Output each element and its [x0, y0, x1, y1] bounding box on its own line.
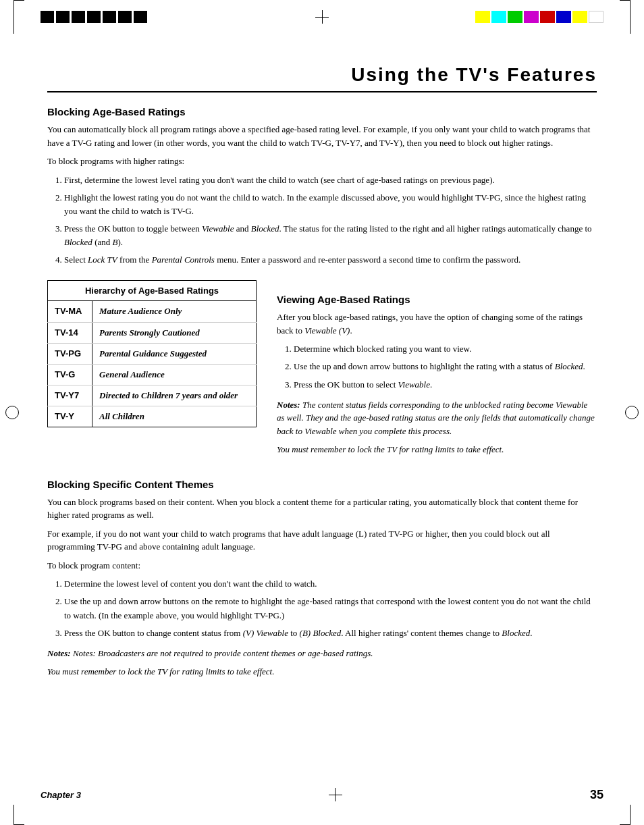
- content-step-2: Use the up and down arrow buttons on the…: [64, 595, 597, 622]
- left-registration-mark: [5, 406, 19, 419]
- viewing-notes1: Notes: The content status fields corresp…: [277, 398, 597, 438]
- step-4: Select Lock TV from the Parental Control…: [64, 253, 597, 267]
- black-bar: [41, 11, 54, 23]
- blocking-content-intro3: To block program content:: [47, 559, 597, 573]
- page-title: Using the TV's Features: [47, 64, 597, 86]
- chapter-label: Chapter 3: [41, 790, 81, 800]
- content-notes1: Notes: Notes: Broadcasters are not requi…: [47, 647, 597, 660]
- table-row: TV-MA Mature Audience Only: [48, 301, 257, 322]
- black-bar: [87, 11, 101, 23]
- viewing-age-steps: Determine which blocked rating you want …: [294, 342, 597, 391]
- rating-tv-pg: TV-PG: [48, 343, 92, 364]
- color-bar-yellow: [475, 11, 490, 23]
- page: Using the TV's Features Blocking Age-Bas…: [0, 0, 644, 825]
- blocking-age-intro2: To block programs with higher ratings:: [47, 155, 597, 168]
- desc-tv-y7: Directed to Children 7 years and older: [92, 385, 257, 406]
- blocking-content-steps: Determine the lowest level of content yo…: [64, 577, 597, 640]
- color-bar-cyan: [491, 11, 506, 23]
- view-step-1: Determine which blocked rating you want …: [294, 342, 597, 356]
- view-step-2: Use the up and down arrow buttons to hig…: [294, 360, 597, 373]
- desc-tv-14: Parents Strongly Cautioned: [92, 322, 257, 343]
- black-bar: [56, 11, 70, 23]
- content-step-1: Determine the lowest level of content yo…: [64, 577, 597, 591]
- table-header: Hierarchy of Age-Based Ratings: [48, 281, 257, 301]
- content-step-3: Press the OK button to change content st…: [64, 627, 597, 640]
- color-bar-magenta: [524, 11, 539, 23]
- table-row: TV-Y All Children: [48, 406, 257, 427]
- bottom-right-corner: [620, 805, 630, 825]
- table-row: TV-Y7 Directed to Children 7 years and o…: [48, 385, 257, 406]
- viewing-age-heading: Viewing Age-Based Ratings: [277, 294, 597, 305]
- table-section: Hierarchy of Age-Based Ratings TV-MA Mat…: [47, 280, 257, 427]
- page-number: 35: [590, 788, 603, 802]
- blocking-content-heading: Blocking Specific Content Themes: [47, 479, 597, 490]
- bottom-crosshair-icon: [325, 784, 346, 805]
- ratings-table: Hierarchy of Age-Based Ratings TV-MA Mat…: [47, 280, 257, 427]
- color-bar-green: [508, 11, 522, 23]
- view-step-3: Press the OK button to select Viewable.: [294, 378, 597, 392]
- color-bar-blue: [556, 11, 571, 23]
- content-area: Blocking Age-Based Ratings You can autom…: [47, 106, 597, 678]
- desc-tv-pg: Parental Guidance Suggested: [92, 343, 257, 364]
- black-bar: [103, 11, 116, 23]
- bottom-left-corner: [14, 805, 24, 825]
- color-bar-white: [589, 11, 603, 23]
- viewing-age-intro: After you block age-based ratings, you h…: [277, 311, 597, 337]
- table-row: TV-PG Parental Guidance Suggested: [48, 343, 257, 364]
- rating-tv-14: TV-14: [48, 322, 92, 343]
- step-1: First, determine the lowest level rating…: [64, 174, 597, 187]
- viewing-age-section: Viewing Age-Based Ratings After you bloc…: [277, 280, 597, 461]
- right-registration-mark: [625, 406, 639, 419]
- viewing-notes2: You must remember to lock the TV for rat…: [277, 443, 597, 456]
- black-bar: [118, 11, 132, 23]
- step-2: Highlight the lowest rating you do not w…: [64, 191, 597, 218]
- blocking-content-intro2: For example, if you do not want your chi…: [47, 527, 597, 554]
- desc-tv-ma: Mature Audience Only: [92, 301, 257, 322]
- black-bar: [72, 11, 85, 23]
- rating-tv-ma: TV-MA: [48, 301, 92, 322]
- table-row: TV-G General Audience: [48, 364, 257, 385]
- desc-tv-g: General Audience: [92, 364, 257, 385]
- blocking-content-intro1: You can block programs based on their co…: [47, 496, 597, 522]
- blocking-age-steps: First, determine the lowest level rating…: [64, 174, 597, 267]
- rating-tv-y7: TV-Y7: [48, 385, 92, 406]
- table-row: TV-14 Parents Strongly Cautioned: [48, 322, 257, 343]
- color-bar-yellow2: [572, 11, 587, 23]
- rating-tv-y: TV-Y: [48, 406, 92, 427]
- content-notes2: You must remember to lock the TV for rat…: [47, 665, 597, 678]
- desc-tv-y: All Children: [92, 406, 257, 427]
- top-bar: [0, 0, 644, 34]
- two-col-layout: Hierarchy of Age-Based Ratings TV-MA Mat…: [47, 280, 597, 461]
- crosshair-icon: [312, 7, 332, 27]
- blocking-age-intro1: You can automatically block all program …: [47, 123, 597, 149]
- bottom-bar: Chapter 3 35: [0, 784, 644, 805]
- blocking-age-heading: Blocking Age-Based Ratings: [47, 106, 597, 117]
- black-bar: [134, 11, 147, 23]
- rating-tv-g: TV-G: [48, 364, 92, 385]
- step-3: Press the OK button to toggle between Vi…: [64, 222, 597, 249]
- page-title-section: Using the TV's Features: [47, 27, 597, 92]
- color-bar-red: [540, 11, 555, 23]
